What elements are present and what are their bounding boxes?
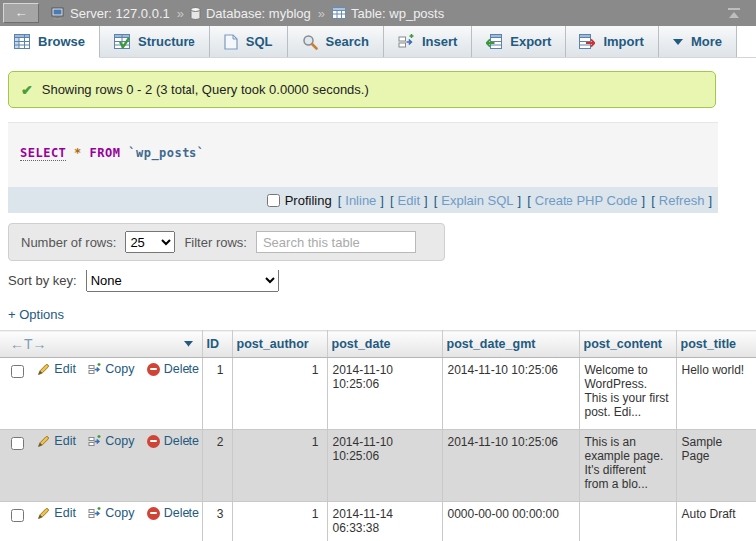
- table-icon: [332, 7, 346, 19]
- column-header-post-author[interactable]: post_author: [232, 331, 327, 358]
- copy-action[interactable]: Copy: [88, 506, 134, 520]
- nav-panel-toggle-button[interactable]: ←: [3, 3, 39, 23]
- delete-link[interactable]: Delete: [164, 506, 199, 520]
- bracket: [: [651, 193, 655, 208]
- delete-link[interactable]: Delete: [164, 362, 199, 376]
- tab-export[interactable]: Export: [472, 26, 566, 57]
- query-link-inline[interactable]: Inline: [345, 193, 376, 208]
- delete-link[interactable]: Delete: [164, 434, 199, 448]
- breadcrumb-separator: »: [318, 6, 325, 21]
- pencil-icon: [37, 507, 50, 520]
- browse-icon: [14, 34, 30, 49]
- edit-action[interactable]: Edit: [37, 362, 76, 376]
- edit-link[interactable]: Edit: [54, 506, 76, 520]
- copy-icon: [88, 363, 101, 376]
- sql-query-text: SELECT * FROM `wp_posts`: [8, 123, 718, 187]
- tab-structure[interactable]: Structure: [100, 26, 210, 57]
- tab-import-label: Import: [603, 34, 643, 49]
- column-header-post-date-gmt[interactable]: post_date_gmt: [442, 331, 579, 358]
- query-link-explain-sql[interactable]: Explain SQL: [441, 193, 513, 208]
- cell-post-title: Sample Page: [676, 430, 756, 502]
- bracket: [: [434, 193, 438, 208]
- options-toggle-link[interactable]: + Options: [8, 307, 64, 322]
- column-header-post-content[interactable]: post_content: [579, 331, 676, 358]
- cell-post-content: [579, 502, 676, 541]
- tab-insert-label: Insert: [422, 34, 457, 49]
- breadcrumb-server[interactable]: Server: 127.0.0.1: [51, 6, 170, 21]
- action-column-arrows-icon[interactable]: ←T→: [10, 336, 47, 352]
- tab-search-label: Search: [326, 34, 369, 49]
- export-icon: [486, 34, 502, 49]
- delete-icon: [147, 507, 160, 520]
- delete-action[interactable]: Delete: [147, 506, 199, 520]
- bracket: [: [390, 193, 394, 208]
- column-actions-dropdown-icon[interactable]: [184, 341, 193, 347]
- edit-action[interactable]: Edit: [37, 434, 76, 448]
- sql-icon: [224, 34, 238, 50]
- row-actions-cell: Edit Copy Delete: [0, 358, 202, 430]
- table-header-row: ←T→ ID post_author post_date post_date_g…: [0, 331, 756, 358]
- rows-filter-bar: Number of rows: 25 Filter rows:: [8, 223, 445, 261]
- cell-id: 3: [202, 502, 232, 541]
- delete-action[interactable]: Delete: [147, 362, 199, 376]
- column-header-post-date[interactable]: post_date: [327, 331, 442, 358]
- table-tabs: Browse Structure SQL Search: [0, 26, 756, 58]
- column-header-post-title[interactable]: post_title: [676, 331, 756, 358]
- sql-keyword-from: FROM: [90, 146, 121, 160]
- cell-id: 2: [202, 430, 232, 502]
- row-checkbox[interactable]: [11, 365, 24, 378]
- cell-post-date-gmt: 2014-11-10 10:25:06: [442, 358, 579, 430]
- copy-link[interactable]: Copy: [105, 362, 134, 376]
- sort-by-key-row: Sort by key: None: [8, 270, 756, 292]
- edit-action[interactable]: Edit: [37, 506, 76, 520]
- cell-post-date-gmt: 0000-00-00 00:00:00: [442, 502, 579, 541]
- row-checkbox[interactable]: [11, 437, 24, 450]
- tab-more[interactable]: More: [659, 26, 737, 57]
- query-link-create-php-code[interactable]: Create PHP Code: [535, 193, 638, 208]
- column-header-actions: ←T→: [0, 331, 202, 358]
- tab-insert[interactable]: Insert: [384, 26, 472, 57]
- sort-by-key-select[interactable]: None: [86, 270, 279, 292]
- row-checkbox[interactable]: [11, 509, 24, 522]
- query-link-edit[interactable]: Edit: [398, 193, 420, 208]
- database-icon: [190, 7, 201, 20]
- edit-link[interactable]: Edit: [54, 434, 76, 448]
- column-header-id[interactable]: ID: [202, 331, 232, 358]
- copy-action[interactable]: Copy: [88, 434, 134, 448]
- query-link-refresh[interactable]: Refresh: [659, 193, 705, 208]
- bracket: ]: [424, 193, 428, 208]
- profiling-checkbox[interactable]: [267, 194, 280, 207]
- delete-icon: [147, 435, 160, 448]
- copy-action[interactable]: Copy: [88, 362, 134, 376]
- delete-action[interactable]: Delete: [147, 434, 199, 448]
- table-row: Edit Copy Delete 3 1 2014: [0, 502, 756, 541]
- bracket: [: [338, 193, 342, 208]
- copy-link[interactable]: Copy: [105, 434, 134, 448]
- number-of-rows-select[interactable]: 25: [125, 231, 175, 253]
- tab-browse[interactable]: Browse: [0, 26, 100, 58]
- sql-keyword-select: SELECT: [20, 146, 66, 161]
- tab-sql[interactable]: SQL: [210, 26, 288, 57]
- collapse-topbar-button[interactable]: [726, 8, 742, 19]
- breadcrumb-table[interactable]: Table: wp_posts: [332, 6, 444, 21]
- search-icon: [302, 34, 318, 50]
- bracket: ]: [708, 193, 712, 208]
- tab-structure-label: Structure: [138, 34, 195, 49]
- copy-icon: [88, 435, 101, 448]
- tab-search[interactable]: Search: [288, 26, 384, 57]
- tab-import[interactable]: Import: [566, 26, 658, 57]
- edit-link[interactable]: Edit: [54, 362, 76, 376]
- copy-link[interactable]: Copy: [105, 506, 134, 520]
- cell-post-date: 2014-11-10 10:25:06: [327, 358, 442, 430]
- row-actions-cell: Edit Copy Delete: [0, 502, 202, 541]
- sort-by-key-label: Sort by key:: [8, 273, 77, 288]
- cell-post-author: 1: [232, 502, 327, 541]
- copy-icon: [88, 507, 101, 520]
- tab-more-label: More: [691, 34, 722, 49]
- chevron-down-icon: [673, 39, 683, 45]
- sql-table-identifier: `wp_posts`: [128, 146, 204, 160]
- number-of-rows-label: Number of rows:: [21, 235, 116, 250]
- success-check-icon: ✔: [21, 83, 33, 97]
- breadcrumb-database[interactable]: Database: myblog: [190, 6, 311, 21]
- filter-rows-input[interactable]: [256, 231, 416, 253]
